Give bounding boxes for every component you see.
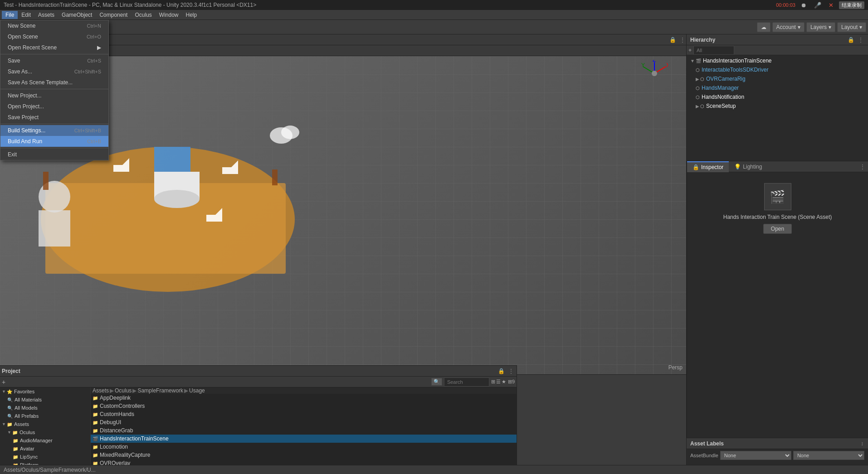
sep-3: ▶	[184, 387, 188, 394]
menu-file[interactable]: File	[2, 11, 18, 19]
project-btn-2[interactable]: ☰	[496, 379, 501, 385]
project-add-btn[interactable]: +	[2, 378, 5, 386]
menu-open-scene[interactable]: Open Scene Ctrl+O	[0, 31, 108, 42]
menu-assets[interactable]: Assets	[34, 11, 58, 19]
app-title: Test - HandsInteractionTrainScene - PC, …	[4, 2, 256, 8]
menu-new-project[interactable]: New Project...	[0, 90, 108, 101]
tab-lighting[interactable]: 💡 Lighting	[729, 161, 767, 172]
hierarchy-scene-root[interactable]: ▼ 🎬 HandsInteractionTrainScene	[687, 56, 868, 65]
tree-all-materials[interactable]: 🔍 All Materials	[0, 396, 90, 404]
menu-build-settings[interactable]: Build Settings... Ctrl+Shift+B	[0, 125, 108, 136]
menu-open-project[interactable]: Open Project...	[0, 101, 108, 112]
chinese-btn[interactable]: 结束录制	[839, 1, 864, 9]
svg-text:Z: Z	[653, 60, 656, 63]
tree-assets[interactable]: ▼ 📁 Assets	[0, 420, 90, 428]
menu-oculus[interactable]: Oculus	[131, 11, 155, 19]
gizmo-svg: X Y Z	[641, 60, 668, 87]
status-text: Assets/Oculus/SampleFramework/U...	[4, 467, 96, 473]
tree-lipsync[interactable]: 📁 LipSync	[0, 453, 90, 461]
svg-text:X: X	[666, 62, 668, 68]
toolbar: ✦ Global ⊞ ▶ ⏸ ⏭ ☁ Account ▾ Layers ▾ La…	[0, 20, 868, 34]
all-materials-label: All Materials	[15, 397, 42, 402]
go-icon-4: ⬡	[696, 95, 700, 100]
hierarchy-search[interactable]	[693, 46, 734, 55]
hierarchy-content: ▼ 🎬 HandsInteractionTrainScene ⬡ Interac…	[687, 55, 868, 161]
folder-icon: 📁	[93, 428, 98, 433]
tree-platform[interactable]: 📁 Platform	[0, 461, 90, 465]
list-item[interactable]: ⬡ HandsNotification	[687, 92, 868, 102]
menu-sep-3	[0, 124, 108, 124]
list-item[interactable]: ▶ ⬡ OVRCameraRig	[687, 74, 868, 83]
hierarchy-lock-icon[interactable]: 🔒	[847, 37, 855, 43]
menu-component[interactable]: Component	[96, 11, 131, 19]
project-search[interactable]	[444, 377, 489, 387]
tree-avatar[interactable]: 📁 Avatar	[0, 445, 90, 453]
project-search-icon-btn[interactable]: 🔍	[431, 378, 442, 386]
asset-labels-content: AssetBundle None None	[687, 449, 868, 462]
menu-gameobject[interactable]: GameObject	[58, 11, 96, 19]
hierarchy-label-3: HandsManager	[702, 85, 739, 91]
inspector-tabs: 🔒 Inspector 💡 Lighting ⋮	[687, 161, 868, 172]
layers-btn[interactable]: Layers ▾	[806, 22, 835, 32]
list-item[interactable]: 📁 MixedRealityCapture	[91, 451, 517, 459]
list-item[interactable]: 📁 DebugUI	[91, 418, 517, 426]
asset-bundle-dropdown[interactable]: None	[720, 451, 791, 460]
list-item[interactable]: 🎬 HandsInteractionTrainScene	[91, 435, 517, 443]
file-label: DebugUI	[100, 419, 121, 426]
inspector-menu-icon[interactable]: ⋮	[859, 164, 866, 170]
all-models-label: All Models	[15, 405, 38, 411]
menu-new-scene[interactable]: New Scene Ctrl+N	[0, 20, 108, 31]
list-item[interactable]: 📁 CustomHands	[91, 410, 517, 418]
hierarchy-menu-icon[interactable]: ⋮	[857, 37, 864, 43]
open-btn[interactable]: Open	[763, 224, 792, 234]
tab-inspector[interactable]: 🔒 Inspector	[687, 161, 729, 172]
scene-lock-icon[interactable]: 🔒	[668, 37, 677, 43]
menu-window[interactable]: Window	[156, 11, 182, 19]
audio-manager-label: AudioManager	[20, 438, 53, 443]
menu-bar: File Edit Assets GameObject Component Oc…	[0, 10, 868, 20]
tree-favorites[interactable]: ▼ ⭐ Favorites	[0, 387, 90, 396]
menu-open-recent-scene[interactable]: Open Recent Scene ▶	[0, 42, 108, 53]
list-item[interactable]: ▶ ⬡ SceneSetup	[687, 102, 868, 111]
list-item[interactable]: 📁 AppDeeplink	[91, 394, 517, 402]
collab-btn[interactable]: ☁	[757, 22, 770, 32]
record-btn[interactable]: ⏺	[799, 2, 809, 9]
menu-save-as-template[interactable]: Save As Scene Template...	[0, 77, 108, 88]
menu-exit[interactable]: Exit	[0, 149, 108, 160]
list-item[interactable]: 📁 OVROverlay	[91, 459, 517, 465]
avatar-label: Avatar	[20, 446, 34, 451]
scene-gizmo[interactable]: X Y Z	[641, 60, 668, 87]
asset-bundle-dropdown-2[interactable]: None	[793, 451, 864, 460]
menu-edit[interactable]: Edit	[18, 11, 34, 19]
project-panel-wrapper: Project 🔒 ⋮ + 🔍 ⊞ ☰ ★ ⊞9 ▼ ⭐ Favorites	[0, 365, 517, 465]
list-item[interactable]: 📁 Locomotion	[91, 443, 517, 451]
menu-save-project[interactable]: Save Project	[0, 112, 108, 123]
close-btn[interactable]: ✕	[827, 2, 835, 9]
mic-btn[interactable]: 🎤	[812, 2, 823, 9]
layout-btn[interactable]: Layout ▾	[837, 22, 866, 32]
file-label: OVROverlay	[100, 460, 130, 465]
menu-save[interactable]: Save Ctrl+S	[0, 55, 108, 66]
project-btn-1[interactable]: ⊞	[491, 379, 495, 385]
hierarchy-add-btn[interactable]: +	[688, 47, 692, 53]
list-item[interactable]: ⬡ HandsManager	[687, 83, 868, 92]
menu-sep-2	[0, 89, 108, 89]
account-btn[interactable]: Account ▾	[772, 22, 805, 32]
tree-all-models[interactable]: 🔍 All Models	[0, 404, 90, 412]
project-menu-icon[interactable]: ⋮	[507, 368, 515, 374]
list-item[interactable]: 📁 CustomControllers	[91, 402, 517, 410]
tree-all-prefabs[interactable]: 🔍 All Prefabs	[0, 412, 90, 420]
tree-audio-manager[interactable]: 📁 AudioManager	[0, 436, 90, 445]
list-item[interactable]: ⬡ InteractableToolsSDKDriver	[687, 65, 868, 74]
project-lock-icon[interactable]: 🔒	[497, 368, 506, 374]
menu-help[interactable]: Help	[182, 11, 201, 19]
list-item[interactable]: 📁 DistanceGrab	[91, 426, 517, 435]
asset-labels-scroll-icon[interactable]: ↕	[860, 440, 864, 447]
scene-settings-icon[interactable]: ⋮	[679, 37, 686, 43]
avatar-folder-icon: 📁	[13, 446, 18, 451]
folder-icon: 📁	[93, 420, 98, 425]
menu-build-and-run[interactable]: Build And Run Ctrl+B	[0, 136, 108, 147]
tree-oculus[interactable]: ▼ 📁 Oculus	[0, 428, 90, 436]
project-btn-3[interactable]: ★	[502, 379, 506, 385]
menu-save-as[interactable]: Save As... Ctrl+Shift+S	[0, 66, 108, 77]
